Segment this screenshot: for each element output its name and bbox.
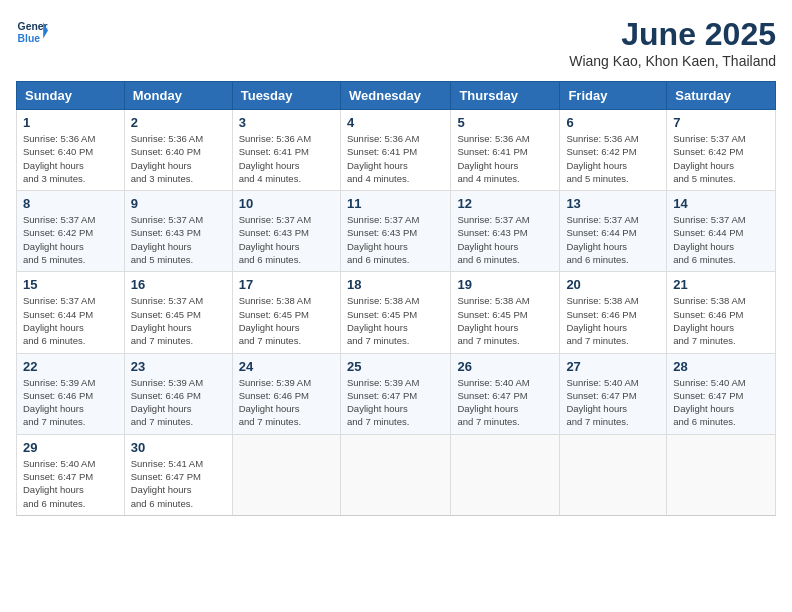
calendar-day-cell [232,434,340,515]
day-number: 17 [239,277,334,292]
day-number: 20 [566,277,660,292]
day-number: 22 [23,359,118,374]
calendar-day-cell [560,434,667,515]
calendar-day-cell [340,434,450,515]
day-number: 10 [239,196,334,211]
calendar-day-cell: 17 Sunrise: 5:38 AMSunset: 6:45 PMDaylig… [232,272,340,353]
calendar-day-cell: 25 Sunrise: 5:39 AMSunset: 6:47 PMDaylig… [340,353,450,434]
day-detail: Sunrise: 5:37 AMSunset: 6:43 PMDaylight … [347,214,419,265]
calendar-day-cell: 12 Sunrise: 5:37 AMSunset: 6:43 PMDaylig… [451,191,560,272]
calendar-day-cell: 4 Sunrise: 5:36 AMSunset: 6:41 PMDayligh… [340,110,450,191]
calendar-day-cell: 10 Sunrise: 5:37 AMSunset: 6:43 PMDaylig… [232,191,340,272]
calendar-day-cell: 28 Sunrise: 5:40 AMSunset: 6:47 PMDaylig… [667,353,776,434]
location-title: Wiang Kao, Khon Kaen, Thailand [569,53,776,69]
weekday-header: Tuesday [232,82,340,110]
calendar-table: SundayMondayTuesdayWednesdayThursdayFrid… [16,81,776,516]
day-detail: Sunrise: 5:38 AMSunset: 6:45 PMDaylight … [347,295,419,346]
day-number: 6 [566,115,660,130]
day-number: 24 [239,359,334,374]
day-number: 2 [131,115,226,130]
calendar-day-cell: 16 Sunrise: 5:37 AMSunset: 6:45 PMDaylig… [124,272,232,353]
day-detail: Sunrise: 5:39 AMSunset: 6:46 PMDaylight … [239,377,311,428]
calendar-day-cell: 22 Sunrise: 5:39 AMSunset: 6:46 PMDaylig… [17,353,125,434]
calendar-day-cell [451,434,560,515]
weekday-header: Friday [560,82,667,110]
calendar-day-cell: 27 Sunrise: 5:40 AMSunset: 6:47 PMDaylig… [560,353,667,434]
day-detail: Sunrise: 5:40 AMSunset: 6:47 PMDaylight … [457,377,529,428]
day-number: 27 [566,359,660,374]
calendar-day-cell: 18 Sunrise: 5:38 AMSunset: 6:45 PMDaylig… [340,272,450,353]
calendar-day-cell: 14 Sunrise: 5:37 AMSunset: 6:44 PMDaylig… [667,191,776,272]
calendar-week-row: 8 Sunrise: 5:37 AMSunset: 6:42 PMDayligh… [17,191,776,272]
day-number: 18 [347,277,444,292]
day-detail: Sunrise: 5:39 AMSunset: 6:47 PMDaylight … [347,377,419,428]
day-number: 9 [131,196,226,211]
day-number: 21 [673,277,769,292]
calendar-day-cell: 9 Sunrise: 5:37 AMSunset: 6:43 PMDayligh… [124,191,232,272]
calendar-day-cell [667,434,776,515]
day-detail: Sunrise: 5:37 AMSunset: 6:43 PMDaylight … [239,214,311,265]
day-number: 12 [457,196,553,211]
day-detail: Sunrise: 5:40 AMSunset: 6:47 PMDaylight … [23,458,95,509]
calendar-day-cell: 19 Sunrise: 5:38 AMSunset: 6:45 PMDaylig… [451,272,560,353]
day-detail: Sunrise: 5:36 AMSunset: 6:41 PMDaylight … [239,133,311,184]
day-detail: Sunrise: 5:38 AMSunset: 6:45 PMDaylight … [239,295,311,346]
day-detail: Sunrise: 5:41 AMSunset: 6:47 PMDaylight … [131,458,203,509]
weekday-header: Saturday [667,82,776,110]
weekday-header: Wednesday [340,82,450,110]
day-detail: Sunrise: 5:38 AMSunset: 6:46 PMDaylight … [566,295,638,346]
weekday-header: Thursday [451,82,560,110]
day-number: 14 [673,196,769,211]
day-detail: Sunrise: 5:37 AMSunset: 6:42 PMDaylight … [673,133,745,184]
day-number: 4 [347,115,444,130]
logo-icon: General Blue [16,16,48,48]
day-detail: Sunrise: 5:38 AMSunset: 6:46 PMDaylight … [673,295,745,346]
calendar-day-cell: 20 Sunrise: 5:38 AMSunset: 6:46 PMDaylig… [560,272,667,353]
calendar-day-cell: 15 Sunrise: 5:37 AMSunset: 6:44 PMDaylig… [17,272,125,353]
weekday-header: Sunday [17,82,125,110]
day-number: 30 [131,440,226,455]
day-number: 15 [23,277,118,292]
calendar-day-cell: 13 Sunrise: 5:37 AMSunset: 6:44 PMDaylig… [560,191,667,272]
day-number: 25 [347,359,444,374]
calendar-day-cell: 26 Sunrise: 5:40 AMSunset: 6:47 PMDaylig… [451,353,560,434]
title-area: June 2025 Wiang Kao, Khon Kaen, Thailand [569,16,776,69]
day-detail: Sunrise: 5:36 AMSunset: 6:41 PMDaylight … [347,133,419,184]
weekday-header-row: SundayMondayTuesdayWednesdayThursdayFrid… [17,82,776,110]
day-number: 29 [23,440,118,455]
day-number: 5 [457,115,553,130]
day-detail: Sunrise: 5:37 AMSunset: 6:44 PMDaylight … [566,214,638,265]
month-title: June 2025 [569,16,776,53]
calendar-day-cell: 8 Sunrise: 5:37 AMSunset: 6:42 PMDayligh… [17,191,125,272]
calendar-day-cell: 5 Sunrise: 5:36 AMSunset: 6:41 PMDayligh… [451,110,560,191]
day-detail: Sunrise: 5:36 AMSunset: 6:40 PMDaylight … [23,133,95,184]
day-detail: Sunrise: 5:37 AMSunset: 6:43 PMDaylight … [131,214,203,265]
day-number: 7 [673,115,769,130]
calendar-day-cell: 6 Sunrise: 5:36 AMSunset: 6:42 PMDayligh… [560,110,667,191]
day-number: 1 [23,115,118,130]
day-detail: Sunrise: 5:36 AMSunset: 6:42 PMDaylight … [566,133,638,184]
day-detail: Sunrise: 5:40 AMSunset: 6:47 PMDaylight … [673,377,745,428]
day-number: 11 [347,196,444,211]
calendar-day-cell: 2 Sunrise: 5:36 AMSunset: 6:40 PMDayligh… [124,110,232,191]
day-detail: Sunrise: 5:37 AMSunset: 6:43 PMDaylight … [457,214,529,265]
calendar-week-row: 22 Sunrise: 5:39 AMSunset: 6:46 PMDaylig… [17,353,776,434]
day-number: 13 [566,196,660,211]
calendar-day-cell: 3 Sunrise: 5:36 AMSunset: 6:41 PMDayligh… [232,110,340,191]
calendar-day-cell: 24 Sunrise: 5:39 AMSunset: 6:46 PMDaylig… [232,353,340,434]
day-detail: Sunrise: 5:36 AMSunset: 6:40 PMDaylight … [131,133,203,184]
day-number: 16 [131,277,226,292]
day-detail: Sunrise: 5:38 AMSunset: 6:45 PMDaylight … [457,295,529,346]
calendar-day-cell: 1 Sunrise: 5:36 AMSunset: 6:40 PMDayligh… [17,110,125,191]
day-detail: Sunrise: 5:37 AMSunset: 6:42 PMDaylight … [23,214,95,265]
day-detail: Sunrise: 5:40 AMSunset: 6:47 PMDaylight … [566,377,638,428]
day-detail: Sunrise: 5:39 AMSunset: 6:46 PMDaylight … [23,377,95,428]
day-detail: Sunrise: 5:39 AMSunset: 6:46 PMDaylight … [131,377,203,428]
day-number: 28 [673,359,769,374]
page-header: General Blue June 2025 Wiang Kao, Khon K… [16,16,776,69]
logo: General Blue [16,16,48,48]
day-detail: Sunrise: 5:37 AMSunset: 6:45 PMDaylight … [131,295,203,346]
weekday-header: Monday [124,82,232,110]
day-number: 8 [23,196,118,211]
calendar-week-row: 29 Sunrise: 5:40 AMSunset: 6:47 PMDaylig… [17,434,776,515]
